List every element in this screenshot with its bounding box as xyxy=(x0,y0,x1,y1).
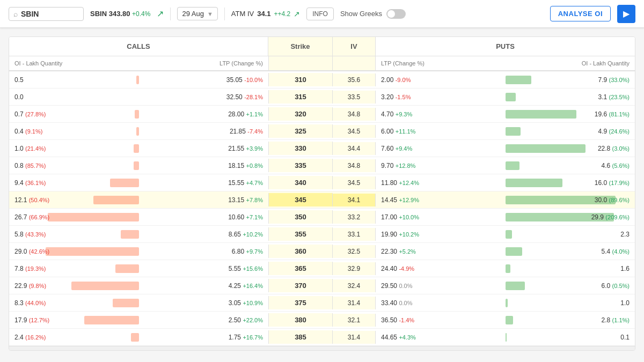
strike-cell: 310 xyxy=(268,73,333,86)
puts-ltp-cell: 9.70 +12.8% xyxy=(376,159,506,172)
calls-oi-cell: 2.4 (16.2%) xyxy=(9,331,139,344)
calls-ltp-cell: 13.15 +7.8% xyxy=(139,194,269,206)
puts-ltp-value: 3.20 -1.5% xyxy=(381,93,411,101)
atm-iv-value: 34.1 xyxy=(257,10,270,18)
calls-oi-value: 9.4 (36.1%) xyxy=(14,179,46,187)
calls-oi-value: 26.7 (66.9%) xyxy=(14,213,49,221)
calls-ltp-cell: 32.50 -28.1% xyxy=(139,91,269,104)
calls-oi-cell: 0.5 xyxy=(9,73,139,86)
calls-oi-value: 7.8 (19.3%) xyxy=(14,265,46,272)
calls-ltp-value: 32.50 -28.1% xyxy=(226,93,263,101)
calls-ltp-value: 18.15 +0.8% xyxy=(228,162,263,169)
show-greeks-control: Show Greeks xyxy=(340,9,406,19)
strike-cell: 360 xyxy=(268,245,333,258)
date-label: 29 Aug xyxy=(182,10,204,18)
puts-oi-value: 29.9 (209.6%) xyxy=(591,213,630,221)
puts-ltp-value: 14.45 +12.9% xyxy=(381,196,419,204)
strike-cell: 345 xyxy=(268,193,333,206)
col-header-oi-calls: OI - Lakh Quantity xyxy=(9,56,139,70)
search-box[interactable]: ⌕ xyxy=(9,7,84,21)
puts-ltp-value: 29.50 0.0% xyxy=(381,282,412,290)
strike-cell: 335 xyxy=(268,159,333,172)
puts-ltp-value: 4.70 +9.3% xyxy=(381,110,412,118)
symbol-input[interactable] xyxy=(21,10,64,18)
table-row: 26.7 (66.9%) 10.60 +7.1% 350 33.2 17.00 … xyxy=(9,209,635,226)
puts-oi-value: 30.0 (89.6%) xyxy=(595,196,630,204)
puts-ltp-cell: 33.40 0.0% xyxy=(376,297,506,309)
puts-oi-cell: 16.0 (17.9%) xyxy=(506,176,635,189)
table-row: 0.0 32.50 -28.1% 315 33.5 3.20 -1.5% 3.1… xyxy=(9,88,635,106)
info-button[interactable]: INFO xyxy=(306,8,334,20)
calls-ltp-value: 2.50 +22.0% xyxy=(229,316,263,324)
puts-ltp-value: 33.40 0.0% xyxy=(381,299,412,307)
calls-ltp-cell: 5.55 +15.6% xyxy=(139,262,269,275)
puts-oi-value: 7.9 (33.0%) xyxy=(598,76,630,84)
calls-ltp-value: 6.80 +9.7% xyxy=(232,248,263,255)
calls-oi-cell: 5.8 (43.3%) xyxy=(9,228,139,241)
iv-section-header: IV xyxy=(333,37,376,56)
puts-ltp-cell: 24.40 -4.9% xyxy=(376,262,506,275)
puts-ltp-value: 7.60 +9.4% xyxy=(381,145,412,152)
puts-oi-value: 1.6 xyxy=(620,265,630,272)
calls-ltp-value: 15.55 +4.7% xyxy=(228,179,263,187)
table-row: 8.3 (44.0%) 3.05 +10.9% 375 31.4 33.40 0… xyxy=(9,294,635,312)
calls-oi-cell: 0.4 (9.1%) xyxy=(9,125,139,138)
calls-oi-cell: 17.9 (12.7%) xyxy=(9,314,139,327)
iv-cell: 34.1 xyxy=(333,194,376,206)
puts-oi-value: 4.6 (5.6%) xyxy=(602,162,630,169)
col-header-strike xyxy=(268,56,333,70)
puts-oi-value: 16.0 (17.9%) xyxy=(595,179,630,187)
puts-oi-value: 2.3 xyxy=(620,231,630,238)
table-row: 1.0 (21.4%) 21.55 +3.9% 330 34.4 7.60 +9… xyxy=(9,140,635,157)
options-table: CALLS Strike IV PUTS OI - Lakh Quantity … xyxy=(9,36,635,351)
analyse-oi-button[interactable]: ANALYSE OI xyxy=(550,6,611,21)
puts-ltp-cell: 2.00 -9.0% xyxy=(376,73,506,86)
stock-price: SBIN 343.80 +0.4% xyxy=(90,10,150,18)
puts-ltp-cell: 22.30 +5.2% xyxy=(376,245,506,258)
calls-ltp-value: 5.55 +15.6% xyxy=(229,265,263,272)
puts-ltp-value: 17.00 +10.0% xyxy=(381,213,419,221)
table-row: 0.4 (9.1%) 21.85 -7.4% 325 34.5 6.00 +11… xyxy=(9,123,635,140)
table-body: 0.5 35.05 -10.0% 310 35.6 2.00 -9.0% 7.9… xyxy=(9,71,635,346)
puts-ltp-value: 9.70 +12.8% xyxy=(381,162,415,169)
iv-cell: 31.4 xyxy=(333,297,376,309)
puts-ltp-cell: 11.80 +12.4% xyxy=(376,176,506,189)
col-header-iv xyxy=(333,56,376,70)
iv-cell: 34.5 xyxy=(333,176,376,189)
calls-oi-cell: 7.8 (19.3%) xyxy=(9,262,139,275)
calls-ltp-cell: 21.85 -7.4% xyxy=(139,125,269,138)
calls-oi-cell: 26.7 (66.9%) xyxy=(9,211,139,224)
puts-oi-cell: 4.6 (5.6%) xyxy=(506,159,635,172)
puts-ltp-value: 22.30 +5.2% xyxy=(381,248,416,255)
puts-oi-value: 0.1 xyxy=(620,334,630,341)
puts-oi-cell: 29.9 (209.6%) xyxy=(506,211,635,224)
table-row: 17.9 (12.7%) 2.50 +22.0% 380 32.1 36.50 … xyxy=(9,312,635,329)
strike-cell: 385 xyxy=(268,330,333,344)
table-row: 0.7 (27.8%) 28.00 +1.1% 320 34.8 4.70 +9… xyxy=(9,106,635,123)
calls-ltp-value: 4.25 +16.4% xyxy=(229,282,263,290)
puts-ltp-value: 24.40 -4.9% xyxy=(381,265,414,272)
scrollbar[interactable] xyxy=(9,346,635,350)
calls-oi-value: 17.9 (12.7%) xyxy=(14,316,49,324)
puts-oi-cell: 3.1 (23.5%) xyxy=(506,91,635,104)
calls-ltp-cell: 2.50 +22.0% xyxy=(139,314,269,327)
calls-oi-cell: 0.7 (27.8%) xyxy=(9,108,139,121)
puts-section-header: PUTS xyxy=(376,37,635,56)
date-selector[interactable]: 29 Aug ▼ xyxy=(177,7,217,20)
strike-cell: 320 xyxy=(268,107,333,121)
strike-cell: 365 xyxy=(268,262,333,275)
table-row: 29.0 (42.6%) 6.80 +9.7% 360 32.5 22.30 +… xyxy=(9,243,635,260)
chevron-down-icon: ▼ xyxy=(207,11,213,17)
strike-cell: 315 xyxy=(268,90,333,104)
calls-oi-value: 0.8 (85.7%) xyxy=(14,162,46,169)
calls-oi-value: 12.1 (50.4%) xyxy=(14,196,49,204)
show-greeks-toggle[interactable] xyxy=(386,9,406,19)
calls-ltp-cell: 4.25 +16.4% xyxy=(139,279,269,292)
puts-oi-value: 4.9 (24.6%) xyxy=(598,128,630,135)
play-button[interactable]: ▶ xyxy=(617,5,635,23)
puts-oi-cell: 7.9 (33.0%) xyxy=(506,73,635,86)
puts-ltp-cell: 19.90 +10.2% xyxy=(376,228,506,241)
calls-ltp-cell: 1.75 +16.7% xyxy=(139,331,269,344)
iv-cell: 32.4 xyxy=(333,279,376,292)
header: ⌕ SBIN 343.80 +0.4% ↗ 29 Aug ▼ ATM IV 34… xyxy=(0,0,644,28)
